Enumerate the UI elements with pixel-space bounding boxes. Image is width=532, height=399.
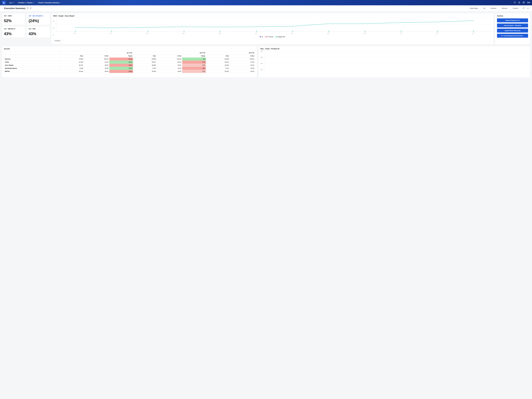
chevron-down-icon [60, 2, 61, 3]
chart-legend: LEPY ActualsStrategic Plan [53, 36, 492, 38]
chevron-down-icon [508, 8, 509, 8]
action-button[interactable]: Internal Export - Workflow [497, 24, 528, 27]
refresh-icon[interactable] [27, 7, 29, 9]
chevron-down-icon [479, 8, 480, 8]
action-button[interactable]: Update Demo Hierarchy [497, 29, 528, 32]
kpi-label: YoY - EBITDA % [4, 28, 23, 30]
table-subheader: % Rev [230, 55, 255, 57]
filter-dropdown[interactable]: United States [468, 6, 481, 10]
topbar: Apps Presales 1 - Finance Finance / Exec… [0, 0, 532, 5]
income-card: Income Q1 FY18Q2 FY18Q3 FY18Total% Rev%Q… [2, 46, 257, 78]
table-row[interactable]: Operating Expense8,44610.6%(18%)9,73511.… [4, 67, 255, 70]
exec-board-chart[interactable]: 0M25M50MJan 18Feb 18Mar 18Apr 18May 18Ju… [53, 18, 492, 35]
table-row[interactable]: COGS41,09351.5%(44%)45,61754.5%11%38,813… [4, 61, 255, 64]
action-button[interactable]: Update Employees L5 [497, 19, 528, 22]
table-row[interactable]: Revenue79,855100.0%(34%)83,686100.0%5%82… [4, 57, 255, 61]
legend-item[interactable]: PY Actuals [265, 36, 273, 38]
filter-dropdown[interactable]: NA [482, 6, 488, 10]
svg-point-5 [31, 7, 31, 8]
filter-dropdown[interactable]: Revenue [489, 6, 499, 10]
kpi-label: YoY - NI% [29, 28, 48, 30]
bell-icon[interactable] [518, 1, 520, 4]
table-row[interactable]: EBITDA30,31638.0%(18%)28,33433.9%(7%)35,… [4, 70, 255, 73]
kpi-card-rev-growth[interactable]: YoY - Rev Growth % › (24%) [27, 13, 50, 25]
workspace-menu[interactable]: Presales 1 - Finance [16, 0, 36, 5]
product-r-chart-card: Nux - Chart - Product R 10M20M30M40M [259, 46, 530, 78]
table-header [4, 51, 60, 55]
svg-point-6 [31, 8, 31, 9]
chevron-down-icon [497, 8, 498, 8]
kpi-card-gm[interactable]: YoY - GM% 52% [2, 13, 25, 25]
table-subheader: %QoQ [182, 55, 206, 57]
chevron-down-icon [33, 2, 34, 3]
user-avatar[interactable]: GM [527, 2, 530, 4]
svg-line-1 [515, 3, 516, 3]
chart-title: Nux - Chart - Product R [260, 48, 528, 50]
income-table[interactable]: Q1 FY18Q2 FY18Q3 FY18Total% Rev%QoQTotal… [4, 51, 255, 73]
exec-board-chart-card: NUX - Graph - Exec Board 0M25M50MJan 18F… [51, 13, 494, 44]
filter-bar: United StatesNARevenueRevenueForecast ••… [468, 6, 530, 10]
page-title: Executive Summary [4, 7, 25, 10]
kpi-value: (24%) [29, 19, 48, 23]
table-subheader: % Rev [157, 55, 182, 57]
table-header: Q1 FY18 [60, 51, 133, 55]
actions-title: Actions [497, 15, 528, 17]
kpi-card-ni[interactable]: YoY - NI% 43% [27, 26, 50, 38]
back-button[interactable]: ‹ [2, 7, 4, 9]
help-icon[interactable] [523, 1, 525, 4]
table-subheader: Total [60, 55, 84, 57]
kpi-label-link[interactable]: YoY - Rev Growth % › [29, 15, 48, 17]
kpi-card-ebitda[interactable]: YoY - EBITDA % 43% [2, 26, 25, 38]
kpi-value: 52% [4, 19, 23, 23]
table-subheader: Total [206, 55, 230, 57]
filter-dropdown[interactable]: Forecast [511, 6, 521, 10]
table-row[interactable]: Gross Margin38,76148.5%(18%)38,06945.5%(… [4, 64, 255, 67]
workspace-label: Presales 1 - Finance [18, 2, 32, 4]
page-header: ‹ Executive Summary United StatesNAReven… [0, 5, 532, 11]
income-title: Income [4, 48, 255, 50]
kpi-value: 43% [29, 32, 48, 36]
search-icon[interactable] [514, 1, 516, 4]
action-button[interactable]: M - Load Employee Roster (exter... [497, 34, 528, 38]
page-breadcrumb-menu[interactable]: Finance / Executive Summary [36, 0, 63, 5]
app-logo[interactable] [2, 1, 6, 5]
kpi-value: 43% [4, 32, 23, 36]
share-icon[interactable] [30, 7, 32, 9]
table-subheader: Total [133, 55, 157, 57]
breadcrumb-label: Finance / Executive Summary [38, 2, 59, 4]
legend-item[interactable]: Strategic Plan [276, 36, 285, 38]
chevron-down-icon [61, 40, 62, 41]
actions-card: Actions Update Employees L5Internal Expo… [495, 13, 530, 44]
chevron-down-icon [519, 8, 520, 8]
svg-point-0 [514, 2, 515, 3]
edit-icon[interactable] [522, 7, 525, 9]
table-subheader [4, 55, 60, 57]
table-header: Q3 FY18 [206, 51, 255, 55]
chevron-down-icon [13, 2, 14, 3]
table-header: Q2 FY18 [133, 51, 206, 55]
product-r-chart[interactable]: 10M20M30M40M [260, 51, 528, 76]
chart-title: NUX - Graph - Exec Board [53, 15, 492, 17]
apps-label: Apps [9, 2, 13, 4]
table-subheader: %QoQ [109, 55, 133, 57]
chart-forecast-dropdown[interactable]: Forecast [53, 39, 63, 42]
legend-item[interactable]: LE [260, 36, 263, 38]
more-icon[interactable]: ••• [526, 7, 530, 9]
apps-menu[interactable]: Apps [7, 0, 16, 5]
table-subheader: % Rev [84, 55, 109, 57]
chevron-down-icon [486, 8, 487, 8]
filter-dropdown[interactable]: Revenue [500, 6, 510, 10]
kpi-label: YoY - GM% [4, 15, 23, 17]
